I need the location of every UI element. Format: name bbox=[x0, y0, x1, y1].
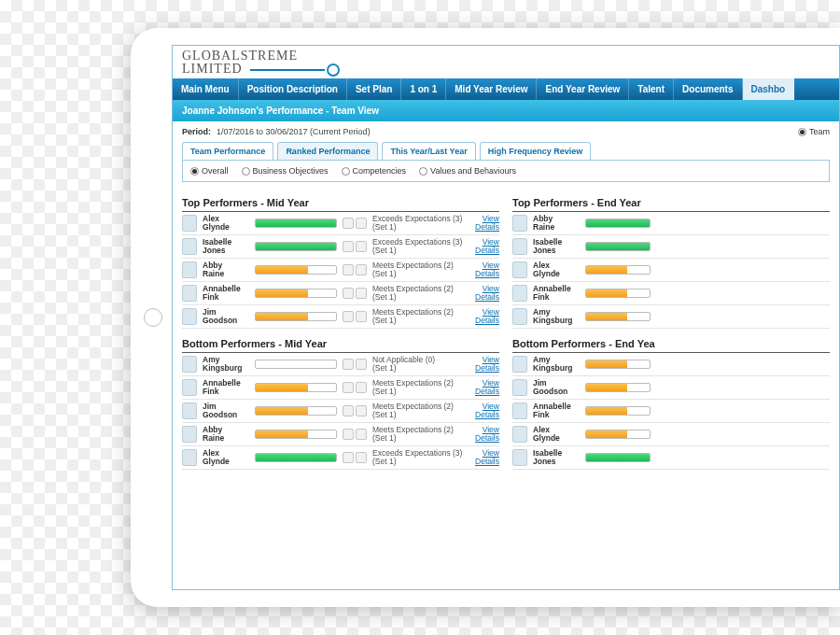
action-icon[interactable] bbox=[343, 405, 354, 416]
period-label: Period: bbox=[182, 127, 211, 136]
rating-text: Meets Expectations (2)(Set 1) bbox=[372, 402, 469, 419]
performer-name: JimGoodson bbox=[203, 308, 249, 325]
view-details-link[interactable]: ViewDetails bbox=[475, 356, 499, 373]
view-details-link[interactable]: ViewDetails bbox=[475, 285, 499, 302]
filter-radio[interactable]: Overall bbox=[190, 166, 229, 176]
avatar bbox=[512, 308, 527, 325]
performer-name: AlexGlynde bbox=[203, 215, 249, 232]
rating-text: Exceeds Expectations (3)(Set 1) bbox=[372, 215, 469, 232]
performer-row: JimGoodsonMeets Expectations (2)(Set 1)V… bbox=[182, 400, 499, 423]
action-icon[interactable] bbox=[343, 429, 354, 440]
score-bar bbox=[585, 383, 651, 392]
performer-row: AbbyRaineMeets Expectations (2)(Set 1)Vi… bbox=[182, 259, 499, 282]
radio-icon bbox=[190, 167, 199, 176]
view-tab[interactable]: This Year/Last Year bbox=[382, 142, 475, 160]
view-details-link[interactable]: ViewDetails bbox=[475, 215, 499, 232]
menu-item[interactable]: Documents bbox=[674, 78, 742, 100]
logo-area: GLOBALSTREME LIMITED bbox=[173, 46, 839, 78]
filter-radio[interactable]: Values and Behaviours bbox=[419, 166, 516, 176]
view-details-link[interactable]: ViewDetails bbox=[475, 379, 499, 396]
performer-row: AmyKingsburgNot Applicable (0)(Set 1)Vie… bbox=[182, 353, 499, 376]
avatar bbox=[182, 238, 197, 255]
view-details-link[interactable]: ViewDetails bbox=[475, 426, 499, 443]
menu-item[interactable]: End Year Review bbox=[537, 78, 629, 100]
logo-swirl-icon bbox=[327, 64, 340, 77]
tablet-home-button[interactable] bbox=[144, 308, 162, 327]
action-icon[interactable] bbox=[356, 218, 367, 229]
score-bar bbox=[255, 265, 337, 275]
menu-item[interactable]: Main Menu bbox=[173, 78, 239, 100]
action-icon[interactable] bbox=[356, 429, 367, 440]
action-icon[interactable] bbox=[356, 288, 367, 299]
performer-row: AlexGlynde bbox=[512, 259, 830, 282]
action-icon[interactable] bbox=[343, 288, 354, 299]
filter-radio[interactable]: Business Objectives bbox=[242, 166, 329, 176]
action-icon[interactable] bbox=[356, 311, 367, 322]
radio-icon bbox=[419, 167, 427, 176]
action-icon[interactable] bbox=[343, 311, 354, 322]
performer-row: IsabelleJonesExceeds Expectations (3)(Se… bbox=[182, 235, 499, 259]
radio-icon bbox=[798, 128, 806, 136]
avatar bbox=[182, 426, 197, 443]
score-bar bbox=[585, 265, 651, 275]
action-icon[interactable] bbox=[343, 359, 354, 370]
view-details-link[interactable]: ViewDetails bbox=[475, 402, 499, 419]
score-bar bbox=[255, 383, 337, 392]
period-row: Period: 1/07/2016 to 30/06/2017 (Current… bbox=[173, 121, 839, 142]
filter-radio[interactable]: Competencies bbox=[342, 166, 407, 176]
view-details-link[interactable]: ViewDetails bbox=[475, 238, 499, 255]
action-icon[interactable] bbox=[356, 241, 367, 252]
performer-name: AnnabelleFink bbox=[533, 402, 580, 419]
action-icon[interactable] bbox=[356, 264, 367, 275]
action-icon[interactable] bbox=[356, 382, 367, 393]
performer-name: AlexGlynde bbox=[533, 426, 580, 443]
action-icon[interactable] bbox=[356, 405, 367, 416]
row-action-icons bbox=[343, 288, 367, 299]
action-icon[interactable] bbox=[343, 452, 354, 463]
action-icon[interactable] bbox=[343, 218, 354, 229]
view-tab[interactable]: High Frequency Review bbox=[480, 142, 592, 160]
avatar bbox=[512, 379, 527, 396]
avatar bbox=[512, 261, 527, 278]
action-icon[interactable] bbox=[343, 241, 354, 252]
performer-row: AbbyRaine bbox=[512, 212, 830, 235]
score-bar bbox=[585, 242, 651, 251]
radio-icon bbox=[342, 167, 350, 176]
performer-row: JimGoodsonMeets Expectations (2)(Set 1)V… bbox=[182, 305, 499, 329]
main-menu-bar: Main MenuPosition DescriptionSet Plan1 o… bbox=[173, 78, 839, 100]
row-action-icons bbox=[343, 382, 367, 393]
action-icon[interactable] bbox=[343, 264, 354, 275]
view-details-link[interactable]: ViewDetails bbox=[475, 449, 499, 466]
avatar bbox=[512, 426, 527, 443]
view-details-link[interactable]: ViewDetails bbox=[475, 261, 499, 278]
performer-name: AnnabelleFink bbox=[203, 379, 249, 396]
company-logo: GLOBALSTREME LIMITED bbox=[182, 49, 340, 77]
filter-radio-group: OverallBusiness ObjectivesCompetenciesVa… bbox=[182, 160, 830, 182]
performer-name: AmyKingsburg bbox=[533, 356, 580, 373]
performer-row: AnnabelleFinkMeets Expectations (2)(Set … bbox=[182, 282, 499, 305]
menu-item[interactable]: 1 on 1 bbox=[401, 78, 446, 100]
view-tab[interactable]: Ranked Performance bbox=[277, 142, 378, 160]
avatar bbox=[182, 449, 197, 466]
score-bar bbox=[585, 312, 651, 321]
action-icon[interactable] bbox=[343, 382, 354, 393]
score-bar bbox=[255, 242, 337, 251]
action-icon[interactable] bbox=[356, 359, 367, 370]
team-radio[interactable]: Team bbox=[798, 127, 830, 136]
menu-item[interactable]: Set Plan bbox=[347, 78, 401, 100]
avatar bbox=[182, 285, 197, 302]
menu-item[interactable]: Dashbo bbox=[743, 78, 795, 100]
app-screen: GLOBALSTREME LIMITED Main MenuPosition D… bbox=[172, 45, 840, 590]
page-subheader: Joanne Johnson's Performance - Team View bbox=[173, 100, 839, 121]
performer-name: IsabelleJones bbox=[203, 238, 249, 255]
menu-item[interactable]: Position Description bbox=[239, 78, 347, 100]
performer-row: AnnabelleFink bbox=[512, 282, 830, 305]
score-bar bbox=[255, 219, 337, 228]
action-icon[interactable] bbox=[356, 452, 367, 463]
view-tab[interactable]: Team Performance bbox=[182, 142, 273, 160]
row-action-icons bbox=[343, 241, 367, 252]
menu-item[interactable]: Mid Year Review bbox=[446, 78, 537, 100]
view-details-link[interactable]: ViewDetails bbox=[475, 308, 499, 325]
section-title-bot-mid: Bottom Performers - Mid Year bbox=[182, 334, 499, 353]
menu-item[interactable]: Talent bbox=[629, 78, 674, 100]
